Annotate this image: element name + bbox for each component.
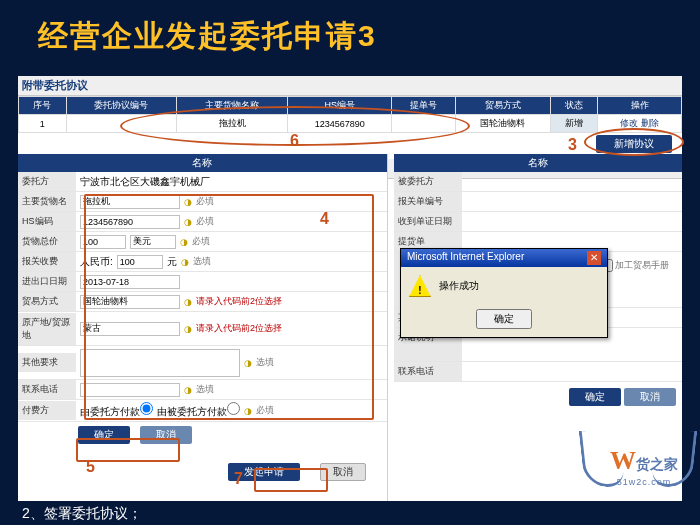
th-proto: 委托协议编号 bbox=[66, 97, 177, 115]
th-bill: 提单号 bbox=[392, 97, 455, 115]
left-form: 名称 委托方 宁波市北仑区大磯鑫宇机械厂 主要货物名 ◑必填 HS编码 ◑必填 … bbox=[18, 154, 388, 501]
pay-opt1[interactable]: 由委托方付款 bbox=[80, 402, 153, 419]
callout-5: 5 bbox=[86, 458, 95, 476]
pay-opt2[interactable]: 由被委托方付款 bbox=[157, 402, 240, 419]
lbl-customs: 报关单编号 bbox=[394, 192, 462, 211]
cell-bill bbox=[392, 115, 455, 133]
optional-icon: ◑ bbox=[181, 257, 189, 267]
trade-input[interactable] bbox=[80, 295, 180, 309]
lbl-rphone: 联系电话 bbox=[394, 362, 462, 381]
lbl-receiver: 被委托方 bbox=[394, 172, 462, 191]
attach-section-header: 附带委托协议 bbox=[18, 76, 682, 96]
callout-7: 7 bbox=[234, 470, 243, 488]
rmb-prefix: 人民币: bbox=[80, 255, 113, 269]
dialog-ok-button[interactable]: 确定 bbox=[476, 309, 532, 329]
hint: 必填 bbox=[196, 195, 214, 208]
th-goods: 主要货物名称 bbox=[177, 97, 288, 115]
lbl-receipt: 收到单证日期 bbox=[394, 212, 462, 231]
cell-proto bbox=[66, 115, 177, 133]
lbl-date: 进出口日期 bbox=[18, 272, 76, 291]
dialog-message: 操作成功 bbox=[439, 279, 479, 293]
callout-4: 4 bbox=[320, 210, 329, 228]
left-cancel-button[interactable]: 取消 bbox=[140, 426, 192, 444]
cell-status: 新增 bbox=[550, 115, 598, 133]
hint: 必填 bbox=[256, 404, 274, 417]
required-icon: ◑ bbox=[244, 406, 252, 416]
right-ok-button[interactable]: 确定 bbox=[569, 388, 621, 406]
hint: 请录入代码前2位选择 bbox=[196, 295, 282, 308]
callout-3: 3 bbox=[568, 136, 577, 154]
required-icon: ◑ bbox=[184, 197, 192, 207]
lbl-origin: 原产地/贸源地 bbox=[18, 313, 76, 345]
cell-hs: 1234567890 bbox=[288, 115, 392, 133]
callout-6: 6 bbox=[290, 132, 299, 150]
lbl-trade: 贸易方式 bbox=[18, 292, 76, 311]
cell-trade: 国轮油物料 bbox=[455, 115, 550, 133]
optional-icon: ◑ bbox=[244, 358, 252, 368]
right-form-header: 名称 bbox=[394, 154, 682, 172]
lbl-entrustor: 委托方 bbox=[18, 172, 76, 191]
phone-input[interactable] bbox=[80, 383, 180, 397]
add-protocol-button[interactable]: 新增协议 bbox=[596, 135, 672, 153]
th-trade: 贸易方式 bbox=[455, 97, 550, 115]
table-row[interactable]: 1 拖拉机 1234567890 国轮油物料 新增 修改 删除 bbox=[19, 115, 682, 133]
alert-dialog: Microsoft Internet Explorer ✕ ! 操作成功 确定 bbox=[400, 248, 608, 338]
lbl-pay: 付费方 bbox=[18, 401, 76, 420]
optional-icon: ◑ bbox=[184, 385, 192, 395]
lbl-fee: 报关收费 bbox=[18, 252, 76, 271]
slide-title: 经营企业发起委托申请3 bbox=[0, 0, 700, 65]
cell-goods: 拖拉机 bbox=[177, 115, 288, 133]
hint: 选填 bbox=[196, 383, 214, 396]
th-op: 操作 bbox=[598, 97, 682, 115]
currency-input[interactable] bbox=[130, 235, 176, 249]
left-form-header: 名称 bbox=[18, 154, 387, 172]
lbl-phone: 联系电话 bbox=[18, 380, 76, 399]
required-icon: ◑ bbox=[184, 297, 192, 307]
required-icon: ◑ bbox=[184, 324, 192, 334]
hint: 必填 bbox=[196, 215, 214, 228]
left-ok-button[interactable]: 确定 bbox=[78, 426, 130, 444]
goods-input[interactable] bbox=[80, 195, 180, 209]
lbl-goods: 主要货物名 bbox=[18, 192, 76, 211]
lbl-hs: HS编码 bbox=[18, 212, 76, 231]
close-icon[interactable]: ✕ bbox=[587, 251, 601, 265]
cell-op[interactable]: 修改 删除 bbox=[598, 115, 682, 133]
hint: 必填 bbox=[192, 235, 210, 248]
th-idx: 序号 bbox=[19, 97, 67, 115]
attach-table: 序号 委托协议编号 主要货物名称 HS编号 提单号 贸易方式 状态 操作 1 拖… bbox=[18, 96, 682, 133]
hint: 选填 bbox=[256, 356, 274, 369]
th-hs: HS编号 bbox=[288, 97, 392, 115]
required-icon: ◑ bbox=[180, 237, 188, 247]
brand-name: 货之家 bbox=[636, 456, 678, 472]
lbl-other: 其他要求 bbox=[18, 353, 76, 372]
watermark: W货之家 51w2c.com bbox=[610, 446, 678, 487]
origin-input[interactable] bbox=[80, 322, 180, 336]
price-input[interactable] bbox=[80, 235, 126, 249]
val-entrustor: 宁波市北仑区大磯鑫宇机械厂 bbox=[76, 173, 387, 191]
th-status: 状态 bbox=[550, 97, 598, 115]
right-cancel-button[interactable]: 取消 bbox=[624, 388, 676, 406]
chk-manual[interactable]: 加工贸易手册 bbox=[600, 254, 669, 277]
unit-yuan: 元 bbox=[167, 255, 177, 269]
date-input[interactable] bbox=[80, 275, 180, 289]
footer-text: 2、签署委托协议； bbox=[22, 505, 142, 523]
lbl-price: 货物总价 bbox=[18, 232, 76, 251]
hs-input[interactable] bbox=[80, 215, 180, 229]
brand-url: 51w2c.com bbox=[617, 477, 672, 487]
cell-idx: 1 bbox=[19, 115, 67, 133]
bottom-cancel-button[interactable]: 取消 bbox=[320, 463, 366, 481]
other-textarea[interactable] bbox=[80, 349, 240, 377]
hint: 选填 bbox=[193, 255, 211, 268]
hint: 请录入代码前2位选择 bbox=[196, 322, 282, 335]
dialog-title: Microsoft Internet Explorer bbox=[407, 251, 524, 265]
fee-input[interactable] bbox=[117, 255, 163, 269]
brand-w: W bbox=[610, 446, 636, 475]
warning-icon: ! bbox=[409, 275, 431, 297]
required-icon: ◑ bbox=[184, 217, 192, 227]
